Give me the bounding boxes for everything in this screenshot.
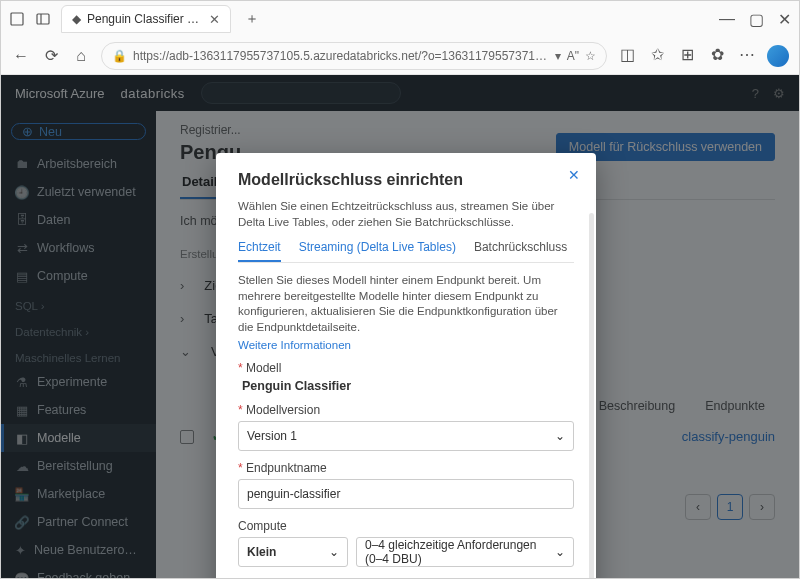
nav-back-icon[interactable]: ←	[11, 46, 31, 66]
extensions-icon[interactable]: ✿	[707, 45, 727, 65]
modal-title: Modellrückschluss einrichten	[238, 171, 574, 189]
window-close-icon[interactable]: ✕	[778, 10, 791, 29]
inference-setup-modal: ✕ Modellrückschluss einrichten Wählen Si…	[216, 153, 596, 578]
tabs-overview-icon[interactable]	[9, 11, 25, 27]
more-icon[interactable]: ⋯	[737, 45, 757, 65]
version-select-value: Version 1	[247, 429, 297, 443]
favorites-icon[interactable]: ✩	[647, 45, 667, 65]
bing-chat-icon[interactable]	[767, 45, 789, 67]
compute-size-select[interactable]: Klein ⌄	[238, 537, 348, 567]
more-info-link[interactable]: Weitere Informationen	[238, 339, 574, 351]
browser-address-bar: ← ⟳ ⌂ 🔒 https://adb-1363117955737105.5.a…	[1, 37, 799, 75]
favorite-icon[interactable]: ☆	[585, 49, 596, 63]
chevron-down-icon: ⌄	[555, 429, 565, 443]
modal-tab-streaming[interactable]: Streaming (Delta Live Tables)	[299, 240, 456, 262]
svg-rect-1	[37, 14, 49, 24]
split-screen-icon[interactable]: ◫	[617, 45, 637, 65]
browser-titlebar: ◆ Penguin Classifier - MLflow Mod... ✕ ＋…	[1, 1, 799, 37]
window-minimize-icon[interactable]: —	[719, 10, 735, 29]
modal-description: Wählen Sie einen Echtzeitrückschluss aus…	[238, 199, 574, 230]
modal-tabs: Echtzeit Streaming (Delta Live Tables) B…	[238, 240, 574, 263]
modal-tab-batch[interactable]: Batchrückschluss	[474, 240, 567, 262]
nav-refresh-icon[interactable]: ⟳	[41, 46, 61, 66]
tab-close-icon[interactable]: ✕	[209, 12, 220, 27]
window-maximize-icon[interactable]: ▢	[749, 10, 764, 29]
collections-icon[interactable]: ⊞	[677, 45, 697, 65]
svg-rect-0	[11, 13, 23, 25]
compute-field-label: Compute	[238, 519, 574, 533]
chevron-down-icon: ⌄	[329, 545, 339, 559]
url-text: https://adb-1363117955737105.5.azuredata…	[133, 49, 549, 63]
tab-title: Penguin Classifier - MLflow Mod...	[87, 12, 203, 26]
compute-size-value: Klein	[247, 545, 276, 559]
tab-favicon: ◆	[72, 13, 81, 25]
model-name-value: Penguin Classifier	[238, 379, 574, 393]
compute-desc-select[interactable]: 0–4 gleichzeitige Anforderungen (0–4 DBU…	[356, 537, 574, 567]
new-tab-button[interactable]: ＋	[241, 8, 263, 30]
sidebar-toggle-icon[interactable]	[35, 11, 51, 27]
modal-scrollbar[interactable]	[589, 213, 594, 578]
version-field-label: Modellversion	[238, 403, 574, 417]
model-field-label: Modell	[238, 361, 574, 375]
reader-mode-icon[interactable]: A"	[567, 49, 579, 63]
version-select[interactable]: Version 1 ⌄	[238, 421, 574, 451]
modal-info-text: Stellen Sie dieses Modell hinter einem E…	[238, 273, 574, 335]
endpoint-name-input[interactable]	[238, 479, 574, 509]
compute-desc-value: 0–4 gleichzeitige Anforderungen (0–4 DBU…	[365, 538, 555, 566]
nav-home-icon[interactable]: ⌂	[71, 46, 91, 66]
modal-tab-realtime[interactable]: Echtzeit	[238, 240, 281, 262]
lock-icon: 🔒	[112, 49, 127, 63]
url-field[interactable]: 🔒 https://adb-1363117955737105.5.azureda…	[101, 42, 607, 70]
endpoint-field-label: Endpunktname	[238, 461, 574, 475]
modal-close-icon[interactable]: ✕	[568, 167, 580, 183]
expand-url-icon[interactable]: ▾	[555, 49, 561, 63]
browser-tab[interactable]: ◆ Penguin Classifier - MLflow Mod... ✕	[61, 5, 231, 33]
chevron-down-icon: ⌄	[555, 545, 565, 559]
